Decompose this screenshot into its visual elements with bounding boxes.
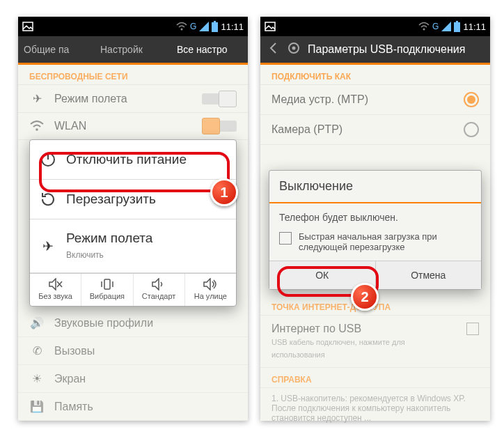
sound-icon: 🔊	[29, 316, 45, 330]
tab-settings[interactable]: Настройк	[95, 36, 171, 63]
tab-general[interactable]: Общие па	[18, 36, 95, 63]
tab-all-settings[interactable]: Все настро	[171, 36, 248, 63]
profile-outdoor[interactable]: На улице	[185, 274, 236, 306]
power-menu: Отключить питание Перезагрузить ✈ Режим …	[29, 139, 237, 307]
battery-icon	[454, 21, 460, 32]
storage-row[interactable]: 💾 Память	[18, 393, 248, 421]
cancel-button[interactable]: Отмена	[376, 261, 482, 289]
signal-icon	[199, 22, 209, 31]
help-header: СПРАВКА	[260, 368, 490, 388]
reboot-icon	[40, 191, 56, 208]
svg-rect-14	[454, 22, 460, 32]
calls-row[interactable]: ✆ Вызовы	[18, 337, 248, 365]
settings-tabs: Общие па Настройк Все настро	[18, 36, 248, 65]
phone-icon: ✆	[29, 344, 45, 357]
signal-icon	[441, 22, 451, 31]
power-off-label: Отключить питание	[66, 152, 187, 167]
display-icon: ☀	[29, 372, 45, 385]
ptp-row[interactable]: Камера (PTP)	[260, 115, 490, 145]
svg-rect-9	[104, 279, 110, 289]
network-label: G	[432, 22, 439, 31]
svg-point-17	[292, 47, 296, 50]
usb-header: Параметры USB-подключения	[260, 36, 490, 65]
airplane-pm-sub: Включить	[66, 250, 104, 260]
sound-profiles-row[interactable]: 🔊 Звуковые профили	[18, 309, 248, 337]
wifi-row-icon	[29, 121, 45, 132]
svg-point-13	[423, 29, 425, 31]
storage-icon: 💾	[29, 400, 45, 413]
profile-vibrate[interactable]: Вибрация	[81, 274, 133, 306]
wifi-icon	[176, 22, 187, 31]
reboot-item[interactable]: Перезагрузить	[30, 180, 236, 219]
connect-as-header: ПОДКЛЮЧИТЬ КАК	[260, 65, 490, 85]
wlan-switch[interactable]	[202, 121, 237, 132]
svg-point-4	[36, 128, 38, 131]
network-label: G	[190, 22, 196, 31]
clock: 11:11	[221, 22, 244, 32]
dialog-title: Выключение	[269, 171, 481, 203]
help-text: 1. USB-накопитель: рекомендуется в Windo…	[260, 388, 490, 428]
airplane-switch[interactable]	[202, 93, 237, 105]
airplane-item[interactable]: ✈ Режим полета Включить	[30, 219, 236, 273]
usb-title: Параметры USB-подключения	[308, 43, 465, 56]
image-icon	[265, 21, 276, 32]
usb-internet-checkbox[interactable]	[466, 323, 479, 335]
svg-rect-15	[456, 21, 458, 22]
image-icon	[22, 21, 33, 32]
display-row[interactable]: ☀ Экран	[18, 365, 248, 393]
airplane-icon: ✈	[29, 92, 45, 105]
fast-boot-checkbox[interactable]	[279, 232, 292, 245]
power-icon	[40, 151, 56, 168]
svg-rect-2	[212, 22, 218, 32]
svg-rect-3	[214, 21, 216, 22]
clock: 11:11	[463, 22, 486, 32]
power-off-item[interactable]: Отключить питание	[30, 140, 236, 180]
ptp-radio[interactable]	[464, 122, 479, 137]
airplane-pm-icon: ✈	[40, 238, 56, 254]
fast-boot-label: Быстрая начальная загрузка при следующей…	[299, 231, 471, 252]
usb-internet-row[interactable]: Интернет по USB USB кабель подключен, на…	[260, 316, 490, 368]
reboot-label: Перезагрузить	[66, 192, 156, 207]
mtp-radio[interactable]	[464, 92, 479, 107]
hotspot-header: ТОЧКА ИНТЕРНЕТ-ДОСТУПА	[260, 295, 490, 316]
sound-profile-bar: Без звука Вибрация Стандарт На улице	[30, 273, 236, 306]
profile-silent[interactable]: Без звука	[30, 274, 81, 306]
status-bar-r: G 11:11	[260, 17, 490, 36]
wireless-header: БЕСПРОВОДНЫЕ СЕТИ	[18, 65, 248, 85]
usb-gear-icon	[287, 41, 301, 58]
ok-button[interactable]: ОК	[269, 261, 376, 289]
mtp-row[interactable]: Медиа устр. (MTP)	[260, 85, 490, 115]
battery-icon	[212, 21, 218, 32]
shutdown-dialog: Выключение Телефон будет выключен. Быстр…	[269, 170, 482, 290]
airplane-pm-label: Режим полета	[66, 231, 152, 245]
back-icon[interactable]	[267, 42, 280, 57]
fast-boot-row[interactable]: Быстрая начальная загрузка при следующей…	[269, 231, 481, 261]
profile-standard[interactable]: Стандарт	[134, 274, 185, 306]
wlan-row[interactable]: WLAN	[18, 113, 248, 140]
airplane-row[interactable]: ✈ Режим полета	[18, 85, 248, 113]
dialog-body: Телефон будет выключен.	[269, 203, 481, 231]
wifi-icon	[418, 22, 430, 31]
phone-right: G 11:11 Параметры USB-подключения ПОДКЛЮ…	[260, 17, 490, 421]
status-bar: G 11:11	[18, 17, 248, 36]
svg-point-1	[181, 29, 183, 31]
phone-left: G 11:11 Общие па Настройк Все настро БЕС…	[18, 17, 248, 421]
